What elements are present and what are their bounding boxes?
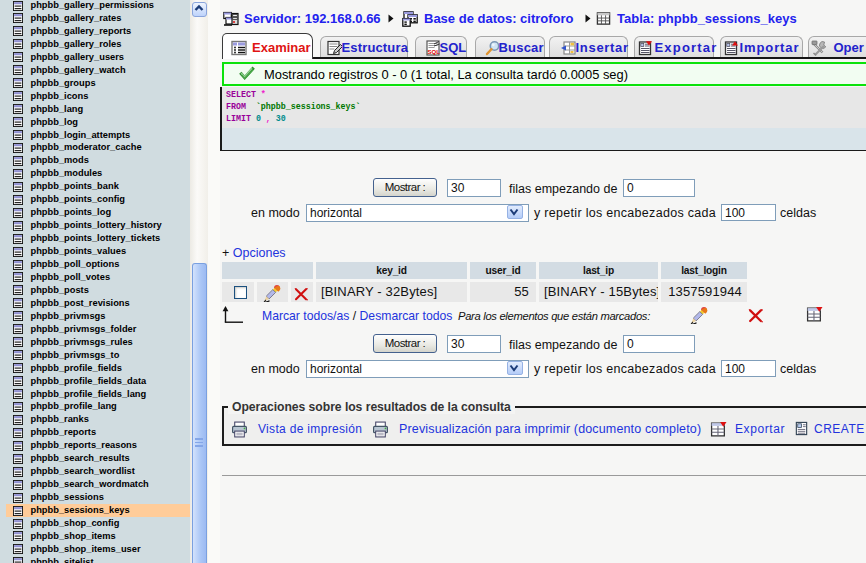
svg-text:SQL: SQL (428, 49, 441, 55)
